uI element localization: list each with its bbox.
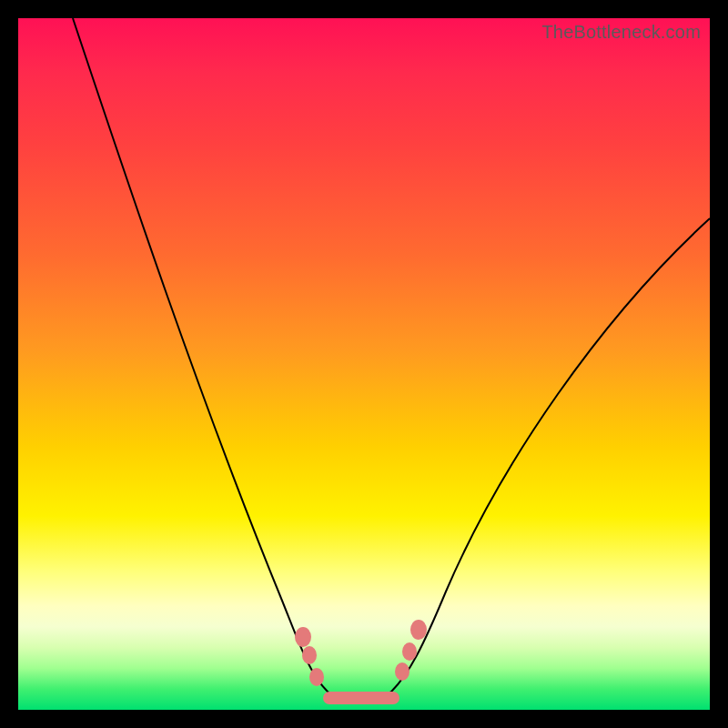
marker-dot bbox=[309, 668, 324, 686]
marker-dot bbox=[295, 627, 311, 647]
marker-dot bbox=[302, 646, 317, 664]
chart-frame: TheBottleneck.com bbox=[0, 0, 728, 728]
plot-area: TheBottleneck.com bbox=[18, 18, 710, 710]
marker-dot bbox=[410, 620, 427, 640]
bottleneck-curve bbox=[73, 18, 710, 699]
valley-marker bbox=[323, 692, 399, 704]
marker-dot bbox=[395, 662, 410, 681]
curve-layer bbox=[18, 18, 710, 710]
marker-dot bbox=[402, 642, 417, 661]
